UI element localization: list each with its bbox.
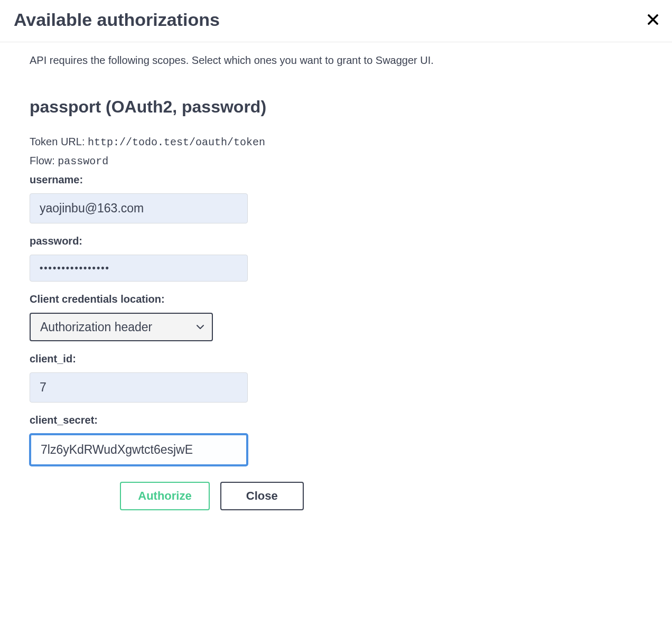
token-url-label: Token URL: xyxy=(30,136,88,147)
authorization-modal: Available authorizations API requires th… xyxy=(0,0,672,531)
close-icon[interactable] xyxy=(648,13,658,27)
auth-section-title: passport (OAuth2, password) xyxy=(30,97,642,117)
flow-value: password xyxy=(58,155,108,167)
client-secret-group: client_secret: xyxy=(30,414,642,466)
modal-header: Available authorizations xyxy=(0,0,672,42)
button-row: Authorize Close xyxy=(30,482,394,510)
password-label: password: xyxy=(30,235,642,247)
scope-description: API requires the following scopes. Selec… xyxy=(30,53,642,68)
authorize-button[interactable]: Authorize xyxy=(120,482,209,510)
flow-label: Flow: xyxy=(30,155,58,166)
client-id-group: client_id: xyxy=(30,353,642,403)
token-url-row: Token URL: http://todo.test/oauth/token xyxy=(30,136,642,148)
credentials-location-select-wrapper: Authorization header xyxy=(30,313,213,341)
credentials-location-label: Client credentials location: xyxy=(30,293,642,305)
username-input[interactable] xyxy=(30,193,248,223)
password-group: password: xyxy=(30,235,642,282)
credentials-location-group: Client credentials location: Authorizati… xyxy=(30,293,642,341)
password-input[interactable] xyxy=(30,255,248,282)
modal-title: Available authorizations xyxy=(14,10,220,30)
client-id-input[interactable] xyxy=(30,372,248,403)
username-label: username: xyxy=(30,174,642,186)
flow-row: Flow: password xyxy=(30,155,642,167)
close-button[interactable]: Close xyxy=(220,482,304,510)
client-secret-label: client_secret: xyxy=(30,414,642,426)
client-secret-input[interactable] xyxy=(30,434,248,466)
modal-body: API requires the following scopes. Selec… xyxy=(0,42,672,531)
credentials-location-select[interactable]: Authorization header xyxy=(30,313,213,341)
client-id-label: client_id: xyxy=(30,353,642,365)
username-group: username: xyxy=(30,174,642,223)
token-url-value: http://todo.test/oauth/token xyxy=(88,136,265,148)
